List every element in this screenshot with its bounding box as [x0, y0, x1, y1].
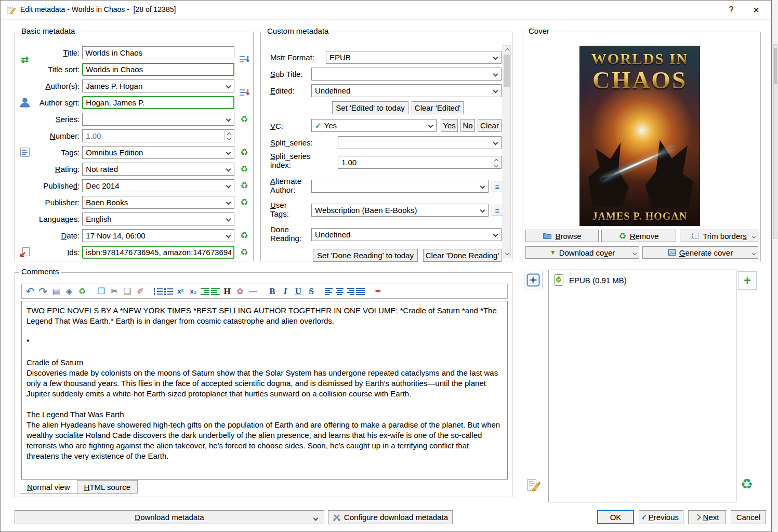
spin-down-icon[interactable] [225, 136, 233, 141]
spin-up-icon[interactable] [492, 157, 500, 163]
title-input[interactable] [82, 46, 234, 59]
alternate-author-select[interactable] [311, 180, 489, 193]
split-series-index-spinner[interactable] [492, 157, 500, 168]
eraser-icon[interactable]: ◈ [63, 285, 75, 297]
authors-select[interactable]: James P. Hogan [82, 79, 234, 92]
clear-series-button[interactable]: ♻ [238, 113, 250, 125]
user-tags-list-button[interactable]: ≡ [492, 205, 503, 216]
number-spinbox[interactable]: 1.00 [82, 129, 234, 142]
title-sort-input[interactable] [82, 63, 234, 76]
user-tags-select[interactable]: Webscription (Baen E-Books) [311, 204, 489, 217]
align-right-icon[interactable] [346, 288, 354, 295]
clear-edited-button[interactable]: Clear 'Edited' [412, 101, 464, 114]
browse-cover-button[interactable]: Browse [525, 230, 599, 242]
indent-icon[interactable] [211, 288, 220, 295]
split-series-index-spinbox[interactable]: 1.00 [338, 156, 502, 169]
cancel-button[interactable]: Cancel [731, 510, 766, 524]
italic-icon[interactable]: I [280, 285, 291, 297]
swap-title-author-button[interactable]: ⇄ [19, 54, 31, 66]
date-select[interactable]: 17 Nov 14, 06:00 [82, 229, 234, 242]
publisher-select[interactable]: Baen Books [82, 196, 234, 209]
custom-metadata-scrollbar[interactable] [503, 45, 511, 258]
manage-authors-button[interactable] [19, 96, 31, 109]
bold-icon[interactable]: B [267, 285, 278, 297]
add-format-button[interactable]: + [738, 271, 757, 290]
author-sort-input[interactable] [82, 96, 234, 109]
series-select[interactable] [82, 113, 234, 126]
heading-icon[interactable]: H [221, 285, 233, 297]
text-color-icon[interactable]: ✒ [373, 285, 384, 297]
redo-icon[interactable]: ↷ [37, 285, 49, 297]
set-edited-today-button[interactable]: Set 'Edited' to today [332, 101, 408, 114]
mstr-format-select[interactable]: EPUB [326, 51, 502, 64]
strikethrough-icon[interactable]: S [306, 285, 317, 297]
download-metadata-button[interactable]: Download metadata [15, 510, 324, 524]
cut-icon[interactable]: ✂ [109, 285, 120, 297]
align-justify-icon[interactable] [356, 288, 365, 295]
undo-icon[interactable]: ↶ [24, 285, 36, 297]
clear-tags-button[interactable]: ♻ [238, 146, 250, 158]
spin-up-icon[interactable] [225, 130, 233, 136]
set-metadata-from-format-button[interactable] [524, 476, 543, 495]
rating-select[interactable]: Not rated [82, 163, 234, 176]
scroll-down-button[interactable] [503, 249, 510, 258]
paste-isbn-button[interactable] [19, 246, 31, 258]
spin-down-icon[interactable] [492, 163, 500, 168]
vc-no-button[interactable]: No [460, 119, 475, 132]
remove-cover-button[interactable]: ♻ Remove [601, 230, 676, 242]
clear-ids-button[interactable]: ♻ [238, 246, 250, 258]
clear-formatting-icon[interactable]: ♻ [76, 285, 88, 297]
ok-button[interactable]: OK [597, 510, 634, 524]
download-cover-button[interactable]: ▼ Download cover [525, 246, 639, 259]
help-button[interactable]: ? [723, 3, 739, 17]
alternate-author-list-button[interactable]: ≡ [492, 181, 503, 192]
update-author-sort-button[interactable] [238, 87, 250, 99]
previous-button[interactable]: Previous [639, 510, 683, 524]
tags-select[interactable]: Omnibus Edition [82, 146, 234, 159]
published-select[interactable]: Dec 2014 [82, 179, 234, 192]
split-series-select[interactable] [338, 136, 502, 149]
generate-cover-button[interactable]: Generate cover [642, 246, 758, 259]
clear-rating-button[interactable]: ♻ [238, 163, 250, 175]
set-done-reading-today-button[interactable]: Set 'Done Reading' to today [313, 249, 418, 262]
clear-done-reading-button[interactable]: Clear 'Done Reading' [423, 249, 502, 262]
formats-list[interactable]: EPUB (0.91 MB) [548, 270, 736, 502]
update-title-sort-button[interactable] [238, 54, 250, 66]
horizontal-rule-icon[interactable]: — [247, 285, 259, 297]
languages-select[interactable]: English [82, 212, 234, 225]
next-button[interactable]: Next [688, 510, 726, 524]
subscript-icon[interactable]: x₂ [188, 285, 199, 297]
sub-title-select[interactable] [311, 68, 502, 81]
vc-yes-button[interactable]: Yes [441, 119, 458, 132]
trim-borders-button[interactable]: Trim borders [680, 230, 758, 242]
unordered-list-icon[interactable] [164, 288, 173, 295]
paste-icon[interactable]: ❏ [122, 285, 133, 297]
clear-date-button[interactable]: ♻ [238, 229, 250, 242]
set-cover-from-format-button[interactable] [524, 271, 543, 289]
number-spinner[interactable] [225, 130, 233, 141]
align-left-icon[interactable] [325, 288, 334, 295]
open-tag-editor-button[interactable] [19, 146, 31, 158]
underline-icon[interactable]: U [293, 285, 304, 297]
ids-input[interactable] [82, 246, 234, 259]
done-reading-select[interactable]: Undefined [311, 228, 502, 241]
scrollbar-thumb[interactable] [504, 55, 510, 87]
remove-format-button[interactable]: ♻ [737, 475, 756, 494]
vc-select[interactable]: ✓ Yes [311, 119, 437, 132]
outdent-icon[interactable] [201, 288, 209, 295]
copy-icon[interactable]: ❐ [96, 285, 107, 297]
insert-link-icon[interactable]: ✿ [234, 285, 246, 297]
format-item-epub[interactable]: EPUB (0.91 MB) [549, 270, 736, 290]
select-all-icon[interactable]: ▤ [50, 285, 62, 297]
clear-publisher-button[interactable]: ♻ [238, 196, 250, 208]
align-center-icon[interactable] [335, 288, 344, 295]
titlebar[interactable]: Edit metadata - Worlds in Chaos - [28 of… [1, 1, 771, 20]
tab-normal-view[interactable]: Normal view [20, 480, 77, 494]
tab-html-source[interactable]: HTML source [77, 480, 138, 494]
ordered-list-icon[interactable] [154, 288, 163, 295]
superscript-icon[interactable]: x² [175, 285, 186, 297]
configure-download-metadata-button[interactable]: Configure download metadata [328, 510, 453, 524]
scroll-up-button[interactable] [503, 46, 510, 54]
edited-select[interactable]: Undefined [311, 84, 502, 97]
format-paint-icon[interactable]: ✐ [135, 285, 146, 297]
